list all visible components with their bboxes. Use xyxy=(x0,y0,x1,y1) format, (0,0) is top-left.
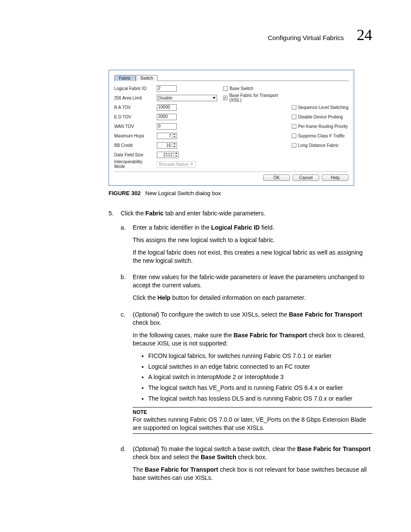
text-bold: Help xyxy=(158,294,171,301)
spinner-data-field-size[interactable]: 2112 xyxy=(157,152,179,158)
substep-c: c. (Optional) To configure the switch to… xyxy=(121,311,372,441)
arrow-down-icon xyxy=(175,156,177,157)
text: check box and select the xyxy=(133,454,201,460)
checkbox-disable-device-probing[interactable] xyxy=(292,115,296,119)
header-title: Configuring Virtual Fabrics xyxy=(268,34,344,41)
label-data-field-size: Data Field Size xyxy=(114,150,151,159)
tab-switch[interactable]: Switch xyxy=(136,75,158,81)
text: Enter new values for the fabric-wide par… xyxy=(133,273,372,289)
text-italic: Optional xyxy=(135,445,157,452)
substep-letter: a. xyxy=(121,224,133,269)
text: check box. xyxy=(133,319,162,326)
bullet-item: Logical switches in an edge fabric conne… xyxy=(148,363,372,371)
bullet-item: The logical switch has lossless DLS and … xyxy=(148,395,372,403)
checkbox-seq-level-switching[interactable] xyxy=(292,105,296,110)
label-max-hops: Maximum Hops xyxy=(114,131,151,140)
text: field. xyxy=(260,224,274,231)
label-bb-credit: BB Credit xyxy=(114,140,151,150)
label-ra-tov: R A TOV xyxy=(114,103,151,112)
input-wan-tov[interactable]: 0 xyxy=(157,123,177,130)
note-heading: NOTE xyxy=(133,409,372,416)
text: ) To configure the switch to use XISLs, … xyxy=(157,311,289,318)
spinner-value: 16 xyxy=(157,143,172,148)
figure-title: New Logical Switch dialog box xyxy=(145,190,221,196)
input-ra-tov[interactable]: 10000 xyxy=(157,104,177,111)
step-5: 5. Click the Fabric tab and enter fabric… xyxy=(109,209,372,218)
label-wan-tov: WAN TOV xyxy=(114,121,151,131)
label-interop-mode: Interoperability Mode xyxy=(114,159,151,169)
ok-button[interactable]: OK xyxy=(263,174,290,181)
text: The xyxy=(133,466,145,473)
label-ed-tov: E D TOV xyxy=(114,112,151,121)
dialog-tabs: Fabric Switch xyxy=(114,75,349,81)
text: button for detailed information on each … xyxy=(171,294,306,301)
checkbox-base-switch[interactable] xyxy=(223,86,228,91)
note-text: For switches running Fabric OS 7.0.0 or … xyxy=(133,416,372,432)
spinner-max-hops[interactable]: 7 xyxy=(157,133,177,139)
label-column: Logical Fabric ID 256 Area Limit R A TOV… xyxy=(114,84,151,169)
label-logical-fabric-id: Logical Fabric ID xyxy=(114,84,151,93)
select-value: Disable xyxy=(158,96,172,100)
arrow-down-icon xyxy=(173,137,176,138)
new-logical-switch-dialog: Fabric Switch Logical Fabric ID 256 Area… xyxy=(109,70,354,186)
input-column: 2 Disable 10000 2000 0 7 xyxy=(157,84,217,169)
dialog-buttons: OK Cancel Help xyxy=(114,171,349,181)
text-bold: Base Fabric for Transport xyxy=(289,311,362,318)
substep-letter: d. xyxy=(121,445,133,486)
text-bold: Fabric xyxy=(146,210,164,217)
substep-d: d. (Optional) To make the logical switch… xyxy=(121,445,372,486)
label-256-area-limit: 256 Area Limit xyxy=(114,93,151,103)
chapter-number: 24 xyxy=(357,26,372,44)
select-interop-mode: Brocade Native xyxy=(157,161,196,168)
checkbox-long-distance-fabric[interactable] xyxy=(292,143,296,148)
help-button[interactable]: Help xyxy=(322,174,349,181)
arrow-up-icon xyxy=(173,134,176,135)
select-256-area-limit[interactable]: Disable xyxy=(157,95,217,101)
check-label: Per-frame Routing Priority xyxy=(298,124,348,129)
substeps: a. Enter a fabric identifier in the Logi… xyxy=(121,224,372,486)
figure-caption: FIGURE 302 New Logical Switch dialog box xyxy=(109,190,372,196)
checkbox-suppress-class-f[interactable] xyxy=(292,134,296,138)
bullet-list: FICON logical fabrics, for switches runn… xyxy=(133,352,372,403)
check-label: Base Fabric for Transport (XISL) xyxy=(229,93,286,103)
text-italic: Optional xyxy=(135,311,157,318)
spinner-value: 7 xyxy=(157,133,172,139)
substep-letter: c. xyxy=(121,311,133,441)
text-bold: Base Switch xyxy=(201,454,236,460)
text: Enter a fabric identifier in the xyxy=(133,224,211,231)
input-ed-tov[interactable]: 2000 xyxy=(157,114,177,120)
note-block: NOTE For switches running Fabric OS 7.0.… xyxy=(133,407,372,434)
tab-fabric[interactable]: Fabric xyxy=(114,75,136,81)
arrow-up-icon xyxy=(175,152,177,154)
text: In the following cases, make sure the xyxy=(133,332,234,339)
arrow-down-icon xyxy=(173,146,176,147)
checkbox-per-frame-routing[interactable] xyxy=(292,124,296,129)
step-number: 5. xyxy=(109,209,121,218)
spinner-value: 2112 xyxy=(157,152,174,158)
bullet-item: The logical switch has VE_Ports and is r… xyxy=(148,384,372,392)
check-label: Disable Device Probing xyxy=(298,115,343,119)
substep-b: b. Enter new values for the fabric-wide … xyxy=(121,273,372,306)
text-bold: Base Fabric for Transport xyxy=(145,466,218,473)
text: check box. xyxy=(236,454,267,460)
checks-top: Base Switch Base Fabric for Transport (X… xyxy=(223,84,286,169)
spinner-bb-credit[interactable]: 16 xyxy=(157,142,177,149)
check-label: Base Switch xyxy=(230,86,253,91)
substep-a: a. Enter a fabric identifier in the Logi… xyxy=(121,224,372,269)
page: Configuring Virtual Fabrics 24 Fabric Sw… xyxy=(0,0,411,532)
text: Click the xyxy=(133,294,158,301)
checks-right: Sequence Level Switching Disable Device … xyxy=(292,84,349,169)
text: Click the xyxy=(121,210,146,217)
body-content: 5. Click the Fabric tab and enter fabric… xyxy=(109,209,372,486)
text: If the logical fabric does not exist, th… xyxy=(133,249,372,265)
cancel-button[interactable]: Cancel xyxy=(293,174,319,181)
dialog-body: Logical Fabric ID 256 Area Limit R A TOV… xyxy=(114,84,349,169)
text-bold: Base Fabric for Transport xyxy=(234,332,307,339)
checkbox-base-fabric-transport[interactable] xyxy=(223,96,227,100)
input-logical-fabric-id[interactable]: 2 xyxy=(157,85,177,92)
arrow-up-icon xyxy=(173,143,176,144)
text: ) To make the logical switch a base swit… xyxy=(157,445,297,452)
select-value: Brocade Native xyxy=(159,162,188,167)
substep-letter: b. xyxy=(121,273,133,306)
bullet-item: FICON logical fabrics, for switches runn… xyxy=(148,352,372,360)
